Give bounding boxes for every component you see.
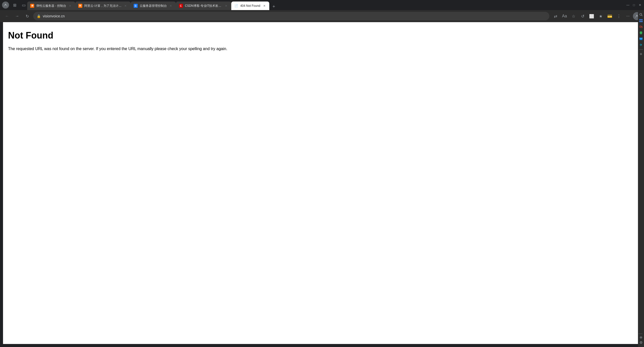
- right-sidebar: 🛍 ✈ + ⚙: [638, 10, 644, 347]
- tab-3[interactable]: 云 云服务器管理控制台 ✕: [131, 2, 176, 10]
- tab-2-title: 阿里云-计算，为了无法计算的...: [84, 4, 122, 8]
- sidebar-toggle[interactable]: ⋮: [615, 12, 623, 20]
- svg-rect-4: [641, 19, 642, 20]
- svg-rect-5: [639, 21, 641, 22]
- svg-rect-3: [639, 19, 641, 20]
- profile-icon[interactable]: [2, 2, 9, 9]
- reader-mode-button[interactable]: Aa: [560, 12, 569, 20]
- minimize-button[interactable]: —: [626, 3, 630, 7]
- refresh-button[interactable]: ↻: [23, 12, 31, 20]
- tab-4-close[interactable]: ✕: [224, 4, 228, 8]
- tab-1-favicon: 弹: [30, 4, 34, 8]
- tab-1-close[interactable]: ✕: [68, 4, 72, 8]
- tab-5-active[interactable]: 📄 404 Not Found ✕: [231, 2, 269, 10]
- tab-4[interactable]: C CSDN博客-专业IT技术发表平台 ✕: [176, 2, 231, 10]
- tab-grid-icon[interactable]: ⊞: [11, 2, 18, 9]
- tab-vertical-icon[interactable]: ▭: [20, 2, 27, 9]
- tab-4-favicon: C: [179, 4, 183, 8]
- collections-button[interactable]: ★: [597, 12, 605, 20]
- refresh-nav-button[interactable]: ↺: [579, 12, 587, 20]
- sidebar-shield-icon[interactable]: [638, 30, 643, 35]
- sidebar-shopping-icon[interactable]: 🛍: [638, 24, 643, 29]
- tab-3-close[interactable]: ✕: [169, 4, 173, 8]
- sidebar-add-icon[interactable]: +: [638, 52, 643, 57]
- tab-4-title: CSDN博客-专业IT技术发表平台: [185, 4, 222, 8]
- sidebar-settings-icon-2[interactable]: ⚙: [638, 340, 643, 345]
- page-body: Not Found The requested URL was not foun…: [3, 22, 641, 60]
- url-display: visionvoice.cn: [43, 14, 546, 18]
- lock-icon: 🔒: [37, 14, 41, 18]
- svg-rect-6: [641, 21, 642, 22]
- address-bar[interactable]: 🔒 visionvoice.cn: [33, 12, 549, 20]
- sidebar-divider-2: [638, 334, 642, 334]
- title-bar: ⊞ ▭ 弹 弹性云服务器 - 控制台 ✕ 阿 阿里云-计算，为了无法计算的...…: [0, 0, 644, 10]
- nav-bar: ← → ↻ 🔒 visionvoice.cn ⇄ Aa ☆ ↺ ⬜ ★ 💳 ⋮ …: [0, 10, 644, 22]
- tab-3-title: 云服务器管理控制台: [140, 4, 167, 8]
- sidebar-settings-icon-1[interactable]: [638, 335, 643, 340]
- sidebar-extensions-icon[interactable]: [638, 18, 643, 23]
- forward-button[interactable]: →: [13, 12, 21, 20]
- svg-point-2: [640, 13, 642, 15]
- sidebar-bottom: ⚙: [638, 333, 643, 345]
- back-button[interactable]: ←: [3, 12, 11, 20]
- tab-5-favicon: 📄: [234, 4, 238, 8]
- tab-2-close[interactable]: ✕: [124, 4, 128, 8]
- sidebar-feather-icon[interactable]: ✈: [638, 42, 643, 47]
- tab-2-favicon: 阿: [78, 4, 82, 8]
- split-screen-button[interactable]: ⬜: [588, 12, 596, 20]
- window-controls: — □ ✕: [626, 3, 642, 7]
- sidebar-search-icon[interactable]: [638, 12, 643, 17]
- translate-button[interactable]: ⇄: [551, 12, 559, 20]
- new-tab-button[interactable]: +: [270, 3, 277, 10]
- svg-rect-7: [639, 38, 642, 40]
- tab-5-close[interactable]: ✕: [262, 4, 266, 8]
- tab-2[interactable]: 阿 阿里云-计算，为了无法计算的... ✕: [75, 2, 131, 10]
- close-button[interactable]: ✕: [638, 3, 642, 7]
- tab-3-favicon: 云: [134, 4, 138, 8]
- more-button[interactable]: ···: [624, 12, 632, 20]
- page-description: The requested URL was not found on the s…: [8, 46, 636, 52]
- sidebar-outlook-icon[interactable]: [638, 36, 643, 41]
- tab-1[interactable]: 弹 弹性云服务器 - 控制台 ✕: [27, 2, 75, 10]
- wallet-button[interactable]: 💳: [606, 12, 614, 20]
- tab-5-title: 404 Not Found: [240, 4, 260, 8]
- page-heading: Not Found: [8, 30, 636, 41]
- page-content: Not Found The requested URL was not foun…: [3, 22, 641, 344]
- sidebar-divider-1: [639, 49, 643, 50]
- favorites-button[interactable]: ☆: [570, 12, 578, 20]
- svg-point-8: [640, 337, 641, 338]
- maximize-button[interactable]: □: [632, 3, 636, 7]
- tab-1-title: 弹性云服务器 - 控制台: [36, 4, 66, 8]
- nav-right-controls: ⇄ Aa ☆ ↺ ⬜ ★ 💳 ⋮ ···: [551, 12, 641, 20]
- tabs-container: 弹 弹性云服务器 - 控制台 ✕ 阿 阿里云-计算，为了无法计算的... ✕ 云…: [27, 0, 626, 10]
- title-bar-left: ⊞ ▭: [2, 2, 27, 9]
